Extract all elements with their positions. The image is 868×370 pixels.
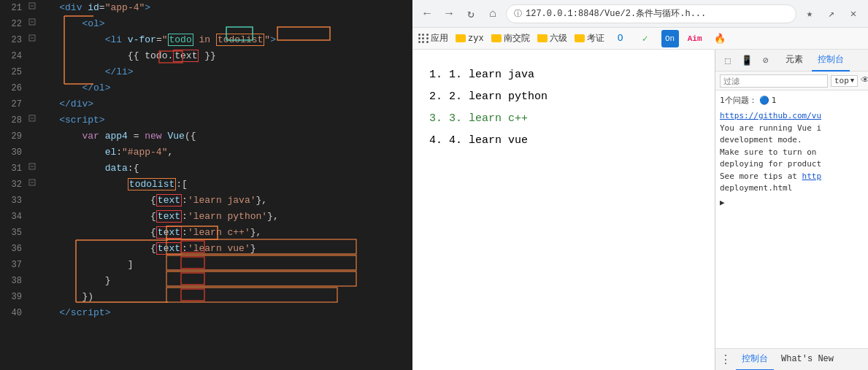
code-line: 30 el:"#app-4",	[0, 144, 412, 161]
tab-elements[interactable]: 元素	[780, 50, 809, 72]
line-content: ]	[37, 257, 412, 273]
tab-console[interactable]: 控制台	[812, 50, 850, 72]
tab-console-bottom[interactable]: 控制台	[736, 349, 774, 371]
fold-icon	[28, 112, 37, 128]
bookmark-kaoz[interactable]: 考证	[575, 32, 604, 45]
tips-link[interactable]: http	[802, 171, 822, 181]
forward-button[interactable]: →	[440, 5, 458, 23]
browser-content: 1. learn java 2. learn python 3. learn c…	[412, 50, 868, 370]
ext-on-icon[interactable]: On	[661, 30, 679, 47]
folder-icon	[456, 34, 466, 42]
line-content: </li>	[37, 64, 412, 80]
devtools-eye-button[interactable]: 👁	[861, 73, 868, 89]
filter-input[interactable]	[720, 74, 828, 88]
code-line: 31 data:{	[0, 161, 412, 177]
line-content: <div id="app-4">	[37, 0, 412, 16]
dropdown-chevron: ▼	[850, 77, 854, 85]
issue-bar: 1个问题： 🔵 1	[720, 93, 864, 107]
code-line: 27 </div>	[0, 96, 412, 112]
bookmark-liuji[interactable]: 六级	[537, 32, 567, 45]
ext-outlook-icon[interactable]: O	[612, 30, 629, 47]
line-content: {text:'learn vue'}	[37, 241, 412, 257]
fold-icon	[28, 16, 37, 32]
browser-panel: ← → ↻ ⌂ ⓘ 127.0.0.1:8848/Vue/2.条件与循环.h..…	[412, 0, 868, 370]
bookmark-apps[interactable]: 应用	[418, 32, 448, 45]
browser-page: 1. learn java 2. learn python 3. learn c…	[412, 50, 715, 370]
line-content: }	[37, 273, 412, 289]
line-content: {text:'learn c++'},	[37, 225, 412, 241]
line-number: 40	[0, 305, 28, 321]
devtools-content: 1个问题： 🔵 1 https://github.com/vu You are …	[715, 90, 868, 348]
line-content: <li v-for="todo in todolist">	[37, 32, 412, 48]
code-line: 24 {{ todo.text }}	[0, 48, 412, 64]
fold-icon	[28, 177, 37, 193]
list-item-4: 4. learn vue	[449, 130, 693, 152]
devtools-inspect-button[interactable]: ⬚	[720, 53, 736, 69]
list-item-3: 3. learn c++	[449, 108, 693, 130]
tab-whats-new[interactable]: What's New	[775, 349, 840, 371]
line-number: 32	[0, 177, 28, 193]
bookmark-zyx-label: zyx	[468, 34, 484, 44]
bookmark-apps-label: 应用	[431, 32, 448, 45]
line-number: 27	[0, 96, 28, 112]
line-content: })	[37, 289, 412, 305]
line-number: 36	[0, 241, 28, 257]
list-item-2: 2. learn python	[449, 86, 693, 108]
issues-icon: 🔵	[759, 96, 769, 105]
ext-flame-icon[interactable]: 🔥	[711, 30, 729, 47]
url-text: 127.0.0.1:8848/Vue/2.条件与循环.h...	[526, 7, 706, 20]
reload-button[interactable]: ↻	[462, 5, 480, 23]
line-number: 34	[0, 209, 28, 225]
url-bar[interactable]: ⓘ 127.0.0.1:8848/Vue/2.条件与循环.h...	[506, 4, 796, 23]
line-content: {text:'learn python'},	[37, 209, 412, 225]
share-button[interactable]: ↗	[823, 5, 840, 23]
line-content: var app4 = new Vue({	[37, 128, 412, 144]
code-lines: 21 <div id="app-4">22 <ol>23 <li v-for="…	[0, 0, 412, 321]
close-button[interactable]: ✕	[845, 5, 862, 23]
line-content: <ol>	[37, 16, 412, 32]
console-link-line: https://github.com/vu	[720, 110, 864, 123]
devtools-device-button[interactable]: 📱	[739, 53, 755, 69]
bookmark-zyx[interactable]: zyx	[456, 34, 484, 44]
line-number: 28	[0, 112, 28, 128]
line-number: 31	[0, 161, 28, 177]
line-content: </ol>	[37, 80, 412, 96]
ext-check-icon[interactable]: ✓	[637, 30, 654, 47]
bookmarks-bar: 应用 zyx 南交院 六级 考证 O ✓ On Aim 🔥	[412, 28, 868, 50]
home-button[interactable]: ⌂	[484, 5, 502, 23]
line-number: 22	[0, 16, 28, 32]
browser-topbar: ← → ↻ ⌂ ⓘ 127.0.0.1:8848/Vue/2.条件与循环.h..…	[412, 0, 868, 28]
fold-icon	[28, 161, 37, 177]
line-number: 25	[0, 64, 28, 80]
code-line: 40 </script>	[0, 305, 412, 321]
bookmark-kaoz-label: 考证	[587, 32, 604, 45]
list-item-1: 1. learn java	[449, 64, 693, 86]
devtools-block-button[interactable]: ⊘	[758, 53, 774, 69]
bookmark-star-button[interactable]: ★	[801, 5, 818, 23]
line-content: el:"#app-4",	[37, 144, 412, 161]
devtools-panel: ⬚ 📱 ⊘ 元素 控制台 top ▼ 👁	[715, 50, 868, 370]
console-arrow: ▶	[720, 198, 864, 207]
devtools-menu-icon[interactable]: ⋮	[720, 352, 731, 367]
fold-icon	[28, 32, 37, 48]
code-line: 33 {text:'learn java'},	[0, 193, 412, 209]
devtools-topbar: ⬚ 📱 ⊘ 元素 控制台	[715, 50, 868, 72]
devtools-bottombar: ⋮ 控制台 What's New	[715, 348, 868, 370]
bookmark-nanjiao[interactable]: 南交院	[491, 32, 530, 45]
issues-count: 1	[772, 96, 777, 105]
console-warning-text: You are running Vue i development mode. …	[720, 123, 864, 195]
line-number: 37	[0, 257, 28, 273]
issues-label: 1个问题：	[720, 95, 757, 106]
code-line: 32 todolist:[	[0, 177, 412, 193]
bookmark-liuji-label: 六级	[550, 32, 567, 45]
back-button[interactable]: ←	[418, 5, 436, 23]
fold-icon	[28, 0, 37, 16]
top-dropdown[interactable]: top ▼	[831, 75, 858, 87]
code-line: 38 }	[0, 273, 412, 289]
ext-aim-icon[interactable]: Aim	[686, 30, 704, 47]
folder-icon-4	[575, 34, 585, 42]
code-line: 28 <script>	[0, 112, 412, 128]
code-line: 35 {text:'learn c++'},	[0, 225, 412, 241]
github-link[interactable]: https://github.com/vu	[720, 111, 821, 120]
line-number: 30	[0, 144, 28, 161]
